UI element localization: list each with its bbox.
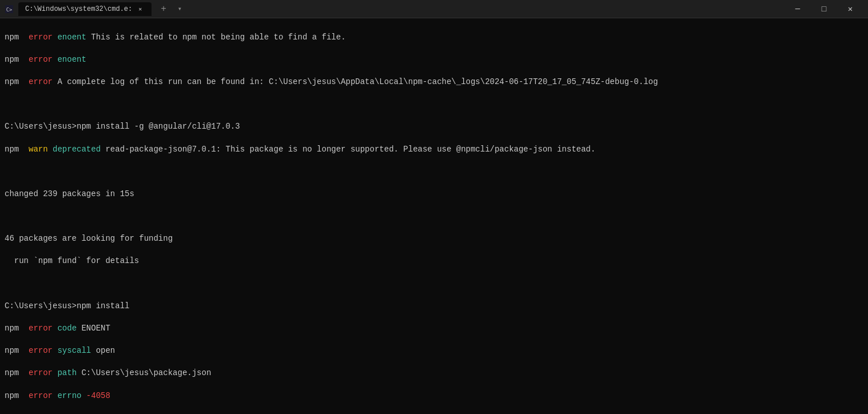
line-1: npm error enoent This is related to npm … [5, 32, 863, 43]
title-bar: C> C:\Windows\system32\cmd.e: ✕ + ▾ ─ □ … [0, 0, 868, 18]
tab-close-button[interactable]: ✕ [136, 5, 145, 14]
empty-2 [5, 166, 863, 178]
line-8: run `npm fund` for details [5, 256, 863, 267]
cmd-icon: C> [5, 5, 14, 14]
line-5: npm warn deprecated read-package-json@7.… [5, 144, 863, 156]
line-2: npm error enoent [5, 54, 863, 66]
maximize-button[interactable]: □ [811, 0, 837, 18]
empty-3 [5, 211, 863, 222]
line-6: changed 239 packages in 15s [5, 189, 863, 200]
line-10: npm error code ENOENT [5, 323, 863, 335]
tab-label: C:\Windows\system32\cmd.e: [25, 5, 132, 13]
active-tab[interactable]: C:\Windows\system32\cmd.e: ✕ [18, 2, 152, 16]
window: C> C:\Windows\system32\cmd.e: ✕ + ▾ ─ □ … [0, 0, 868, 414]
close-button[interactable]: ✕ [837, 0, 863, 18]
empty-1 [5, 99, 863, 110]
tab-dropdown-button[interactable]: ▾ [176, 5, 184, 13]
terminal-output[interactable]: npm error enoent This is related to npm … [0, 18, 868, 414]
line-7: 46 packages are looking for funding [5, 233, 863, 245]
line-9: C:\Users\jesus>npm install [5, 301, 863, 312]
empty-4 [5, 278, 863, 290]
window-controls: ─ □ ✕ [785, 0, 863, 18]
line-4: C:\Users\jesus>npm install -g @angular/c… [5, 121, 863, 133]
line-13: npm error errno -4058 [5, 391, 863, 402]
new-tab-button[interactable]: + [156, 4, 171, 14]
svg-text:C>: C> [6, 6, 13, 12]
minimize-button[interactable]: ─ [785, 0, 811, 18]
line-12: npm error path C:\Users\jesus\package.js… [5, 368, 863, 379]
title-bar-left: C> C:\Windows\system32\cmd.e: ✕ + ▾ [5, 2, 785, 16]
line-11: npm error syscall open [5, 345, 863, 357]
line-3: npm error A complete log of this run can… [5, 77, 863, 88]
